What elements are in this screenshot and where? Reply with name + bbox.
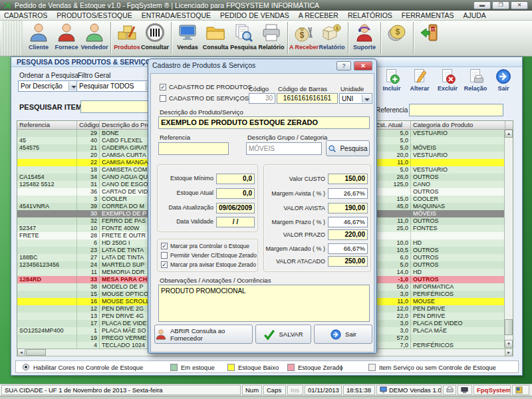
cell-cat: OUTROS (411, 174, 505, 181)
magnifier-icon (328, 144, 336, 153)
toolbar-button-fornece[interactable]: Fornece (53, 21, 80, 55)
estoque-options-fieldset: ✓Marcar pra Controlar o EstoquePermitir … (157, 239, 258, 272)
toolbar-button-cliente[interactable]: Cliente (25, 21, 53, 55)
action-excluir[interactable]: Excluir (434, 68, 461, 100)
estoque-field-input[interactable]: 0,0 (216, 174, 255, 184)
dialog-button-abrir-consulta-ao-fornec[interactable]: ABRIR Consulta ao Fornecedor (154, 325, 253, 344)
valor-field-input[interactable]: 250,00 (328, 256, 368, 267)
valor-field-input[interactable]: 220,00 (328, 229, 368, 240)
action-label: Incluir (382, 85, 400, 92)
menu-item-produtos-estoque[interactable]: PRODUTOS/ESTOQUE (57, 11, 132, 19)
column-header[interactable]: Referencia (17, 121, 77, 129)
dialog-button-salvar[interactable]: SALVAR (255, 325, 311, 344)
svg-text:$: $ (336, 25, 339, 31)
scroll-left-icon[interactable]: ◄ (17, 348, 25, 356)
checkbox-marcar-pra-avisar-estoque-zera[interactable]: ✓Marcar pra avisar Estoque Zerado (161, 261, 256, 268)
arrow-blue-icon (330, 329, 342, 340)
ordenar-select[interactable]: Por Descrição (18, 80, 79, 92)
toolbar-button-label: Produtos (114, 44, 140, 51)
scroll-right-icon[interactable]: ► (505, 348, 513, 356)
column-header[interactable]: Categoria do Produto (411, 121, 505, 129)
grupo-categoria-input[interactable]: MÓVEIS (246, 142, 322, 155)
vertical-scrollbar[interactable]: ▲ ▼ (504, 130, 513, 348)
scrollbar-thumb[interactable] (26, 349, 46, 356)
habilitar-cores-radio[interactable] (23, 364, 29, 370)
help-button[interactable]: ? (336, 61, 351, 70)
toolbar-button-relat-rio[interactable]: $Relatório (318, 21, 346, 55)
menu-item-relat-rios[interactable]: RELATÓRIOS (348, 11, 392, 19)
statusbar: SUA CIDADE - UF 1 de Novembro de 2013 - … (0, 384, 532, 396)
estoque-field-input[interactable]: / / (216, 217, 255, 227)
money-bag-icon: $ (293, 22, 315, 43)
scroll-up-icon[interactable]: ▲ (505, 130, 513, 138)
pesquisa-button[interactable]: Pesquisa (326, 140, 370, 156)
checkbox-permitir-vender-c-estoque-zera[interactable]: Permitir Vender C/Estoque Zerado (161, 252, 257, 259)
filtro-select[interactable]: Pesquisar TODOS (76, 80, 156, 92)
action-rela-o[interactable]: Relação (462, 68, 489, 100)
toolbar-button-vendas[interactable]: Vendas (174, 21, 201, 55)
cell-code: 11 (77, 269, 100, 276)
page-pencil-icon (411, 68, 428, 85)
codigo-barras-input[interactable]: 1616161616161 (277, 93, 338, 104)
action-alterar[interactable]: Alterar (406, 68, 433, 100)
cell-ref: 52347 (17, 225, 77, 232)
toolbar: ClienteForneceVendedorProdutosConsultarV… (0, 21, 532, 57)
menu-item-entrada-estoque[interactable]: ENTRADA/ESTOQUE (142, 11, 211, 19)
toolbar-button-exit-door-icon[interactable]: EXIT (416, 21, 444, 55)
menu-item-a-receber[interactable]: A RECEBER (299, 11, 338, 19)
cell-est: 11,0 (374, 159, 411, 166)
checkbox-box (161, 252, 168, 259)
coin-icon: $ (386, 22, 408, 43)
estoque-field-input[interactable]: 09/06/2009 (216, 203, 255, 213)
menu-item-ajuda[interactable]: AJUDA (463, 11, 485, 19)
toolbar-button-consultar[interactable]: Consultar (141, 21, 169, 55)
observacoes-textarea[interactable]: PRODUTO PROMOCIONAL (158, 285, 370, 322)
checkbox-cadastro-de-servi-os[interactable]: CADASTRO DE SERVIÇOS (160, 94, 249, 102)
menu-item-cadastros[interactable]: CADASTROS (4, 11, 47, 19)
valor-field-input[interactable]: 46,67% (328, 217, 368, 227)
scroll-down-icon[interactable]: ▼ (505, 340, 513, 348)
checkbox-marcar-pra-controlar-o-estoque[interactable]: ✓Marcar pra Controlar o Estoque (161, 243, 249, 249)
dialog-button-label: SALVAR (279, 331, 303, 338)
scrollbar-thumb[interactable] (505, 319, 513, 335)
valor-field-input[interactable]: 66,67% (328, 243, 368, 254)
valor-field-input[interactable]: 190,00 (328, 203, 368, 213)
toolbar-button-pesquisa[interactable]: Pesquisa (229, 21, 257, 55)
restore-button[interactable]: ❐ (492, 1, 509, 9)
codigo-input[interactable]: 30 (249, 93, 275, 104)
toolbar-button-a-receber[interactable]: $A Receber (290, 21, 318, 55)
unidade-select[interactable]: UNI (339, 93, 372, 104)
stock-color-legend: Habilitar Cores no Controle de Estoque E… (15, 360, 519, 373)
valor-field-input[interactable]: 26,67% (328, 188, 368, 199)
menu-item-pedido-de-vendas[interactable]: PEDIDO DE VENDAS (220, 11, 289, 19)
action-sair[interactable]: Sair (490, 68, 517, 100)
column-header[interactable]: Est. Atual (374, 121, 411, 129)
checkbox-cadastro-de-produtos[interactable]: ✓CADASTRO DE PRODUTOS (160, 83, 252, 90)
cell-ref (17, 239, 77, 247)
person-small-icon (155, 329, 167, 340)
dialog-button-sair[interactable]: Sair (314, 325, 372, 344)
estoque-field-input[interactable]: 0,0 (216, 188, 255, 199)
referencia-input[interactable] (158, 142, 229, 155)
toolbar-button-vendedor[interactable]: Vendedor (80, 21, 108, 55)
cell-ref (17, 291, 77, 298)
referencia-filter-input[interactable] (409, 104, 503, 116)
status-panel-caps: Caps (263, 385, 286, 395)
cell-code: 15 (77, 291, 100, 298)
minimize-button[interactable]: ▬ (473, 1, 491, 9)
toolbar-button-consulta[interactable]: Consulta (201, 21, 229, 55)
close-button[interactable]: ✕ (511, 1, 528, 9)
descricao-input[interactable]: EXEMPLO DE PRODUTO ESTOQUE ZERADO (158, 116, 370, 129)
person-green-icon (84, 22, 105, 43)
toolbar-button-coin-icon[interactable]: $ (383, 21, 411, 55)
close-dialog-button[interactable]: ✕ (354, 61, 372, 70)
cell-cat: OUTROS (411, 247, 505, 254)
action-incluir[interactable]: Incluir (378, 68, 405, 100)
toolbar-button-relat-rio[interactable]: Relatório (257, 21, 285, 55)
valor-field-input[interactable]: 150,00 (328, 174, 368, 184)
toolbar-button-produtos[interactable]: Produtos (113, 21, 141, 55)
cell-est: 45,0 (374, 203, 411, 210)
menu-item-ferramentas[interactable]: FERRAMENTAS (402, 11, 454, 19)
toolbar-button-suporte[interactable]: Suporte (350, 21, 378, 55)
column-header[interactable]: Código (77, 121, 100, 129)
